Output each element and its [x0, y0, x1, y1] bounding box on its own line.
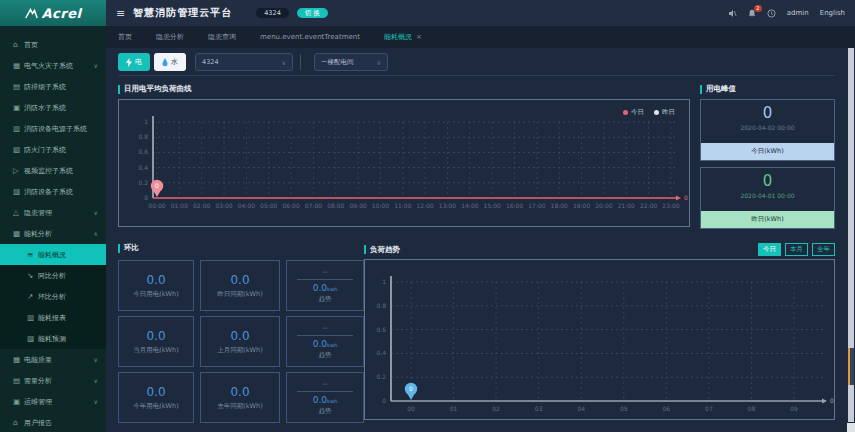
svg-text:0: 0 — [382, 397, 386, 404]
switch-project-button[interactable]: 切 换 — [297, 8, 328, 19]
sidebar-item-mom-analysis[interactable]: ↗环比分析 — [0, 286, 106, 307]
chevron-down-icon: ∨ — [94, 398, 98, 405]
stat-card: 0.0去年同期(kWh) — [200, 372, 280, 423]
svg-text:11:00: 11:00 — [394, 202, 411, 209]
tab-label: 隐患查询 — [208, 32, 236, 42]
divider — [300, 54, 301, 70]
smoke-control-icon: ▤ — [13, 82, 24, 91]
sidebar-item-yoy-analysis[interactable]: ↘同比分析 — [0, 265, 106, 286]
ring-compare-grid: 0.0今日用电(kWh)0.0昨日同期(kWh)--0.0kwh趋势0.0当月用… — [118, 260, 360, 423]
trend-card: --0.0kwh趋势 — [286, 260, 364, 311]
sidebar-item-energy-overview[interactable]: ≡能耗概况 — [0, 244, 106, 265]
svg-text:0.2: 0.2 — [138, 179, 148, 186]
sidebar-item-user-report[interactable]: ⌂用户报告 — [0, 412, 106, 432]
sidebar-item-label: 运维管理 — [24, 397, 94, 407]
stat-value: 0.0 — [146, 385, 165, 399]
trend-percent: -- — [322, 268, 327, 276]
svg-text:0: 0 — [409, 385, 413, 392]
sidebar-item-power-quality[interactable]: ▦电能质量∨ — [0, 349, 106, 370]
scrollbar-thumb[interactable] — [848, 348, 854, 385]
stat-card: 0.0今年用电(kWh) — [118, 372, 194, 423]
sidebar-item-smoke-control[interactable]: ▤防排烟子系统 — [0, 76, 106, 97]
sidebar-item-label: 防排烟子系统 — [24, 82, 98, 92]
ring-compare-panel: 环比 0.0今日用电(kWh)0.0昨日同期(kWh)--0.0kwh趋势0.0… — [118, 243, 360, 423]
tab-2[interactable]: 隐患查询 — [208, 32, 236, 42]
close-icon[interactable]: × — [416, 33, 422, 41]
range-button-1[interactable]: 本月 — [785, 243, 808, 256]
logo: Acrel — [0, 0, 106, 26]
sidebar-item-electric-fire[interactable]: ▦电气火灾子系统∨ — [0, 55, 106, 76]
trend-label: 趋势 — [319, 351, 332, 360]
sidebar-item-demand-analysis[interactable]: ▤需量分析∨ — [0, 370, 106, 391]
legend-item[interactable]: 今日 — [623, 108, 644, 117]
peak-value: 0 — [701, 104, 834, 122]
sidebar-item-label: 能耗概况 — [38, 250, 98, 260]
chart-canvas: 00.20.40.60.810000102030405060708090 — [365, 260, 834, 419]
legend-dot-icon — [623, 110, 628, 115]
chevron-down-icon: ∨ — [94, 62, 98, 69]
home-icon: ⌂ — [13, 40, 24, 49]
clock-icon[interactable] — [767, 9, 776, 18]
peak-value: 0 — [701, 172, 834, 190]
sidebar-item-label: 能耗预测 — [38, 334, 98, 344]
hamburger-menu-icon[interactable]: ≡ — [116, 7, 125, 20]
peak-label: 昨日(kWh) — [701, 211, 834, 228]
sidebar-item-ops-manage[interactable]: ▣运维管理∨ — [0, 391, 106, 412]
sidebar-item-label: 需量分析 — [24, 376, 94, 386]
demand-analysis-icon: ▤ — [13, 376, 24, 385]
sidebar-item-energy-report[interactable]: ▥能耗报表 — [0, 307, 106, 328]
svg-text:0.4: 0.4 — [376, 349, 386, 356]
sidebar-item-hazard-manage[interactable]: △隐患管理∨ — [0, 202, 106, 223]
svg-text:14:00: 14:00 — [461, 202, 478, 209]
range-button-2[interactable]: 全年 — [812, 243, 835, 256]
range-button-0[interactable]: 今日 — [758, 243, 781, 256]
sidebar-item-fire-device[interactable]: ▨消防设备子系统 — [0, 181, 106, 202]
divider — [297, 279, 353, 280]
stat-value: 0.0 — [146, 329, 165, 343]
svg-text:15:00: 15:00 — [484, 202, 501, 209]
sound-off-icon[interactable] — [728, 9, 737, 18]
tab-4[interactable]: 能耗概况× — [384, 32, 422, 42]
sidebar-item-label: 消防水子系统 — [24, 103, 98, 113]
trend-value: 0.0kwh — [313, 395, 337, 405]
load-trend-title: 负荷趋势 — [364, 245, 400, 255]
device-select[interactable]: 4324 ∨ — [195, 53, 293, 71]
sidebar-item-label: 用户报告 — [24, 418, 98, 428]
sidebar-item-label: 同比分析 — [38, 271, 98, 281]
tab-0[interactable]: 首页 — [118, 32, 132, 42]
legend-item[interactable]: 昨日 — [654, 108, 675, 117]
lightning-icon — [126, 58, 132, 67]
sidebar-item-energy-analysis[interactable]: ▩能耗分析∧ — [0, 223, 106, 244]
sidebar-item-fire-door[interactable]: ▧防火门子系统 — [0, 139, 106, 160]
sidebar-item-energy-forecast[interactable]: ▨能耗预测 — [0, 328, 106, 349]
sidebar-item-fire-power[interactable]: ▥消防设备电源子系统 — [0, 118, 106, 139]
peak-card-today: 0 2020-04-02 00:00 今日(kWh) — [700, 99, 835, 161]
tab-label: 能耗概况 — [384, 32, 412, 42]
svg-text:1: 1 — [382, 278, 386, 285]
water-filter-button[interactable]: 水 — [154, 53, 186, 71]
bell-icon[interactable]: 2 — [748, 9, 756, 18]
language-switch[interactable]: English — [820, 9, 845, 17]
trend-card: --0.0kwh趋势 — [286, 316, 364, 367]
sidebar-item-label: 首页 — [24, 40, 98, 50]
room-select[interactable]: 一楼配电间 ∨ — [314, 53, 388, 71]
tab-1[interactable]: 隐患分析 — [156, 32, 184, 42]
logo-text: Acrel — [42, 6, 82, 21]
water-drop-icon — [162, 58, 168, 67]
tab-3[interactable]: menu.event.eventTreatment — [260, 33, 360, 41]
sidebar-item-label: 环比分析 — [38, 292, 98, 302]
svg-text:07: 07 — [705, 405, 713, 412]
sidebar-item-video-monitor[interactable]: ▷视频监控子系统 — [0, 160, 106, 181]
sidebar-item-home[interactable]: ⌂首页 — [0, 34, 106, 55]
daily-load-chart[interactable]: 今日昨日 00.20.40.60.81000:0001:0002:0003:00… — [118, 99, 690, 227]
chart-legend: 今日昨日 — [623, 108, 675, 117]
electric-filter-button[interactable]: 电 — [118, 53, 150, 71]
svg-text:06:00: 06:00 — [282, 202, 299, 209]
load-trend-chart[interactable]: 00.20.40.60.810000102030405060708090 — [364, 259, 835, 420]
sidebar-item-fire-water[interactable]: ▣消防水子系统 — [0, 97, 106, 118]
power-quality-icon: ▦ — [13, 355, 24, 364]
svg-text:03: 03 — [535, 405, 543, 412]
user-menu[interactable]: admin — [787, 9, 809, 17]
legend-label: 昨日 — [662, 108, 675, 117]
sidebar-item-label: 电气火灾子系统 — [24, 61, 94, 71]
